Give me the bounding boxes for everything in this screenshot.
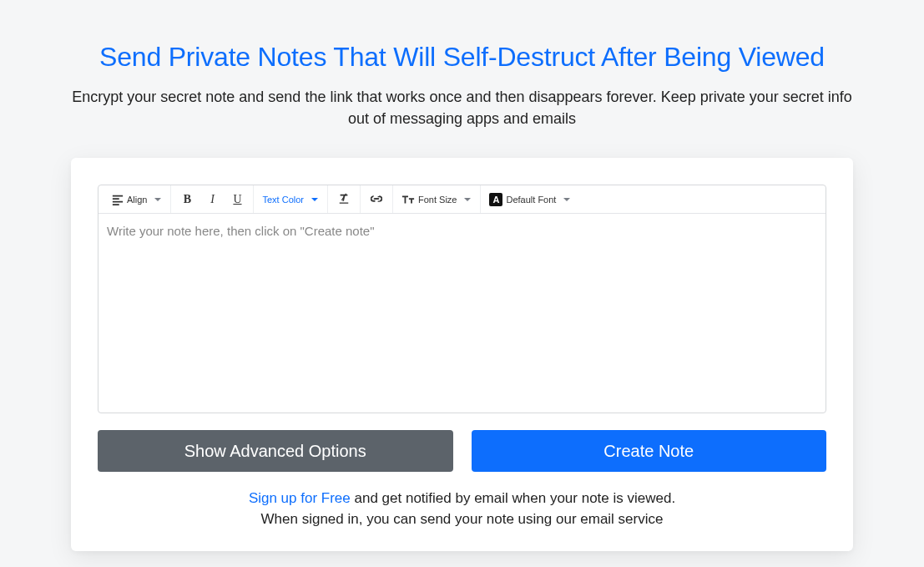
caret-down-icon	[463, 195, 472, 204]
page-subtitle: Encrypt your secret note and send the li…	[71, 86, 853, 129]
note-editor[interactable]: Write your note here, then click on "Cre…	[98, 214, 826, 413]
font-icon: A	[489, 193, 502, 206]
font-size-icon	[401, 194, 415, 205]
font-size-button[interactable]: Font Size	[396, 189, 477, 210]
show-advanced-button[interactable]: Show Advanced Options	[98, 430, 453, 472]
footer-line2: When signed in, you can send your note u…	[98, 509, 826, 530]
link-icon	[370, 193, 383, 206]
caret-down-icon	[311, 195, 319, 204]
align-label: Align	[127, 195, 147, 205]
footer-text: Sign up for Free and get notified by ema…	[98, 489, 826, 529]
text-color-button[interactable]: Text Color	[257, 189, 324, 210]
caret-down-icon	[154, 195, 162, 204]
clear-format-icon	[338, 193, 350, 206]
align-icon	[112, 194, 124, 205]
editor-toolbar: Align B I U Text Color	[98, 185, 826, 214]
editor-container: Align B I U Text Color	[98, 185, 826, 413]
default-font-label: Default Font	[506, 195, 556, 205]
create-note-button[interactable]: Create Note	[472, 430, 827, 472]
default-font-button[interactable]: A Default Font	[484, 189, 576, 210]
signup-link[interactable]: Sign up for Free	[249, 490, 351, 506]
main-card: Align B I U Text Color	[71, 158, 853, 551]
footer-after-link: and get notified by email when your note…	[351, 490, 675, 506]
clear-format-button[interactable]	[331, 189, 356, 210]
align-button[interactable]: Align	[107, 189, 167, 210]
page-title: Send Private Notes That Will Self-Destru…	[71, 42, 853, 73]
bold-button[interactable]: B	[174, 189, 199, 210]
text-color-label: Text Color	[262, 195, 304, 205]
font-size-label: Font Size	[418, 195, 457, 205]
button-row: Show Advanced Options Create Note	[98, 430, 826, 472]
link-button[interactable]	[364, 189, 389, 210]
italic-button[interactable]: I	[199, 189, 225, 210]
caret-down-icon	[563, 195, 571, 204]
underline-button[interactable]: U	[225, 189, 250, 210]
